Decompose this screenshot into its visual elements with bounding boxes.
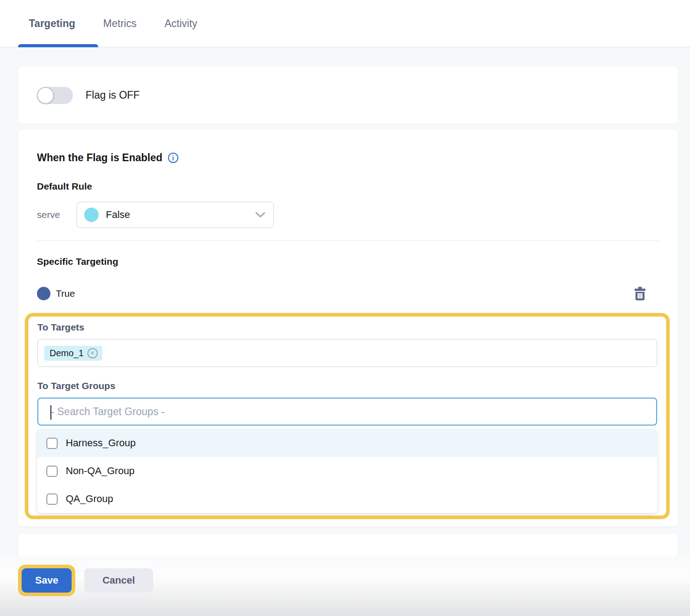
enabled-section-title: When the Flag is Enabled <box>37 152 163 164</box>
text-caret <box>50 405 51 420</box>
target-groups-search-input[interactable] <box>38 399 656 425</box>
option-label: QA_Group <box>66 493 113 505</box>
default-rule-heading: Default Rule <box>37 181 659 192</box>
variation-false-dot <box>84 208 99 222</box>
specific-targeting-heading: Specific Targeting <box>37 256 659 267</box>
save-button[interactable]: Save <box>22 568 72 593</box>
cancel-button[interactable]: Cancel <box>84 568 153 593</box>
option-qa-group[interactable]: QA_Group <box>37 485 657 513</box>
to-targets-label: To Targets <box>37 322 657 333</box>
flag-status-card: Flag is OFF <box>18 67 678 124</box>
to-targets-input[interactable]: Demo_1 ✕ <box>37 339 657 367</box>
harness-group-checkbox[interactable] <box>46 438 58 449</box>
true-variation-label: True <box>56 288 75 299</box>
targeting-card: When the Flag is Enabled i Default Rule … <box>18 129 678 526</box>
active-tab-underline <box>18 44 98 47</box>
default-rule-row: serve False <box>37 202 659 228</box>
flag-toggle-knob <box>37 87 54 104</box>
save-highlight-ring: Save <box>18 565 75 596</box>
option-label: Non-QA_Group <box>66 465 135 477</box>
remove-icon[interactable]: ✕ <box>87 348 98 358</box>
tab-metrics[interactable]: Metrics <box>103 18 136 30</box>
tab-bar: Targeting Metrics Activity <box>0 0 690 47</box>
selected-variation-label: False <box>106 209 255 221</box>
info-icon[interactable]: i <box>168 153 178 163</box>
footer: Save Cancel <box>0 557 690 616</box>
enabled-section-heading: When the Flag is Enabled i <box>37 152 659 164</box>
targeting-highlight-box: To Targets Demo_1 ✕ To Target Groups Har… <box>25 313 670 519</box>
next-section-card <box>18 534 678 557</box>
target-groups-search-wrap <box>37 398 657 426</box>
non-qa-group-checkbox[interactable] <box>46 466 58 477</box>
section-divider <box>37 240 659 241</box>
feature-flag-page: Targeting Metrics Activity Flag is OFF W… <box>0 0 690 616</box>
tab-activity[interactable]: Activity <box>164 18 197 30</box>
tab-targeting[interactable]: Targeting <box>29 18 75 30</box>
qa-group-checkbox[interactable] <box>46 494 58 505</box>
target-groups-dropdown: Harness_Group Non-QA_Group QA_Group <box>37 429 657 513</box>
flag-toggle[interactable] <box>37 87 73 104</box>
option-label: Harness_Group <box>66 437 136 449</box>
target-tag-label: Demo_1 <box>50 348 84 358</box>
flag-status-label: Flag is OFF <box>86 89 140 101</box>
true-variation-row: True <box>37 287 659 300</box>
variation-true-dot <box>37 287 50 300</box>
serve-label: serve <box>37 209 77 220</box>
delete-rule-button[interactable] <box>634 287 646 300</box>
option-harness-group[interactable]: Harness_Group <box>37 429 657 457</box>
target-tag: Demo_1 ✕ <box>44 346 102 361</box>
chevron-down-icon <box>255 212 265 218</box>
trash-icon <box>634 287 646 300</box>
default-variation-select[interactable]: False <box>77 202 274 228</box>
option-non-qa-group[interactable]: Non-QA_Group <box>37 457 657 485</box>
to-target-groups-label: To Target Groups <box>37 380 657 391</box>
